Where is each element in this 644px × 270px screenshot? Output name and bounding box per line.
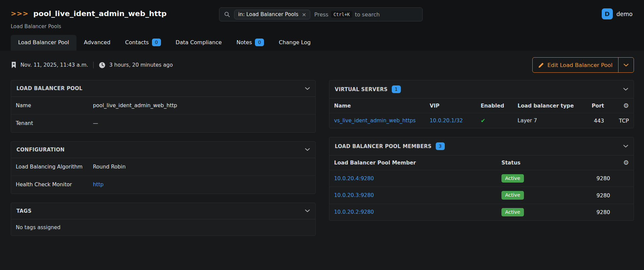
virtual-servers-count-badge: 1 <box>392 85 401 93</box>
member-port-value: 9280 <box>586 209 610 215</box>
column-header: Status <box>501 160 586 166</box>
search-hint-suffix: to search <box>355 11 380 18</box>
ctrl-k-kbd: Ctrl+K <box>331 11 352 18</box>
tab-advanced[interactable]: Advanced <box>76 35 118 51</box>
tab-label: Notes <box>236 39 252 46</box>
table-row: vs_live_ident_admin_web_https 10.0.20.1/… <box>329 113 634 128</box>
search-hint: Press Ctrl+K to search <box>314 11 380 18</box>
pencil-icon <box>538 62 544 68</box>
last-updated: 3 hours, 20 minutes ago <box>109 62 173 68</box>
status-badge: Active <box>501 191 524 199</box>
tab-notes-count-badge: 0 <box>255 39 264 46</box>
collapse-chevron-icon[interactable] <box>305 148 310 151</box>
table-row: 10.0.20.3:9280 Active 9280 <box>329 187 634 204</box>
chip-close-icon[interactable]: × <box>302 11 306 18</box>
tab-label: Data Compliance <box>176 39 222 46</box>
table-config-gear-icon[interactable]: ⚙ <box>604 103 629 109</box>
table-row: 10.0.20.2:9280 Active 9280 <box>329 204 634 220</box>
tab-notes[interactable]: Notes 0 <box>229 35 271 51</box>
table-row: Name pool_live_ident_admin_web_http <box>11 97 315 115</box>
card-title: LOAD BALANCER POOL MEMBERS <box>335 143 432 149</box>
field-value: Round Robin <box>93 163 126 171</box>
status-badge: Active <box>501 174 524 183</box>
tab-contacts[interactable]: Contacts 0 <box>118 35 168 51</box>
virtual-server-link[interactable]: vs_live_ident_admin_web_https <box>334 118 416 124</box>
global-search-input[interactable]: in: Load Balancer Pools × Press Ctrl+K t… <box>219 7 423 21</box>
column-header: Enabled <box>481 103 518 109</box>
column-header: Load balancer type <box>518 103 582 109</box>
tab-label: Load Balancer Pool <box>18 39 69 46</box>
edit-load-balancer-pool-button[interactable]: Edit Load Balancer Pool <box>533 58 618 72</box>
table-config-gear-icon[interactable]: ⚙ <box>610 159 629 166</box>
user-menu[interactable]: D demo <box>602 8 633 19</box>
tab-change-log[interactable]: Change Log <box>271 35 318 51</box>
user-avatar[interactable]: D <box>602 8 613 19</box>
meta-divider <box>93 62 94 68</box>
table-header-row: Load Balancer Pool Member Status ⚙ <box>329 155 634 170</box>
user-name: demo <box>616 11 633 17</box>
tab-label: Contacts <box>125 39 149 46</box>
health-check-monitor-link[interactable]: http <box>93 182 104 188</box>
tab-load-balancer-pool[interactable]: Load Balancer Pool <box>11 35 76 51</box>
edit-button-label: Edit Load Balancer Pool <box>547 62 612 68</box>
tab-bar: Load Balancer Pool Advanced Contacts 0 D… <box>11 35 633 51</box>
member-port-value: 9280 <box>586 192 610 199</box>
field-value: pool_live_ident_admin_web_http <box>93 102 177 109</box>
pool-member-link[interactable]: 10.0.20.4:9280 <box>334 176 374 182</box>
right-column: VIRTUAL SERVERS 1 Name VIP Enabled Load … <box>329 80 634 229</box>
page-header: >>> pool_live_ident_admin_web_http in: L… <box>0 0 644 51</box>
search-scope-label: in: Load Balancer Pools <box>238 11 299 17</box>
pool-members-card: LOAD BALANCER POOL MEMBERS 3 Load Balanc… <box>329 137 634 221</box>
field-label: Tenant <box>16 120 83 127</box>
search-icon <box>224 11 230 17</box>
field-value: — <box>93 120 98 127</box>
card-title: CONFIGURATION <box>16 147 65 153</box>
field-label: Name <box>16 102 83 109</box>
created-date: Nov. 11, 2025, 11:43 a.m. <box>20 62 88 68</box>
main-content: Nov. 11, 2025, 11:43 a.m. 3 hours, 20 mi… <box>0 51 644 245</box>
breadcrumb[interactable]: Load Balancer Pools <box>11 23 633 29</box>
column-header: VIP <box>430 103 481 109</box>
table-header-row: Name VIP Enabled Load balancer type Port… <box>329 98 634 113</box>
card-title: LOAD BALANCER POOL <box>16 85 83 91</box>
tab-label: Advanced <box>84 39 110 46</box>
tab-data-compliance[interactable]: Data Compliance <box>168 35 229 51</box>
search-scope-chip[interactable]: in: Load Balancer Pools × <box>234 10 310 19</box>
load-balancer-pool-card: LOAD BALANCER POOL Name pool_live_ident_… <box>11 80 316 133</box>
column-header: Load Balancer Pool Member <box>334 160 501 166</box>
tags-card: TAGS No tags assigned <box>11 203 316 236</box>
members-count-badge: 3 <box>436 142 445 150</box>
field-label: Load Balancing Algorithm <box>16 163 83 171</box>
table-row: Health Check Monitor http <box>11 176 315 193</box>
virtual-servers-card: VIRTUAL SERVERS 1 Name VIP Enabled Load … <box>329 80 634 128</box>
object-meta: Nov. 11, 2025, 11:43 a.m. 3 hours, 20 mi… <box>11 61 173 69</box>
collapse-chevron-icon[interactable] <box>623 88 628 91</box>
left-column: LOAD BALANCER POOL Name pool_live_ident_… <box>11 80 316 245</box>
search-hint-press: Press <box>314 11 328 18</box>
bookmark-plus-icon[interactable] <box>11 61 17 69</box>
table-row: 10.0.20.4:9280 Active 9280 <box>329 170 634 187</box>
pool-member-link[interactable]: 10.0.20.3:9280 <box>334 192 374 198</box>
page-title: pool_live_ident_admin_web_http <box>33 9 166 18</box>
tab-contacts-count-badge: 0 <box>152 39 161 46</box>
collapse-chevron-icon[interactable] <box>305 87 310 90</box>
vip-link[interactable]: 10.0.20.1/32 <box>430 118 463 124</box>
collapse-chevron-icon[interactable] <box>305 209 310 212</box>
configuration-card: CONFIGURATION Load Balancing Algorithm R… <box>11 141 316 194</box>
status-badge: Active <box>501 208 524 216</box>
collapse-chevron-icon[interactable] <box>623 145 628 148</box>
edit-dropdown-toggle[interactable] <box>618 58 634 72</box>
no-tags-message: No tags assigned <box>11 219 315 235</box>
lb-type-value: Layer 7 <box>518 118 582 124</box>
edit-split-button: Edit Load Balancer Pool <box>532 57 634 73</box>
card-title: VIRTUAL SERVERS <box>335 86 388 92</box>
clock-icon <box>99 62 106 69</box>
tab-label: Change Log <box>279 39 311 46</box>
card-title: TAGS <box>16 208 32 214</box>
column-header: Name <box>334 103 430 109</box>
chevron-down-icon <box>624 64 629 67</box>
enabled-check-icon: ✔ <box>481 117 518 124</box>
netbox-logo-icon[interactable]: >>> <box>11 9 29 17</box>
pool-member-link[interactable]: 10.0.20.2:9280 <box>334 209 374 215</box>
field-label: Health Check Monitor <box>16 181 83 188</box>
